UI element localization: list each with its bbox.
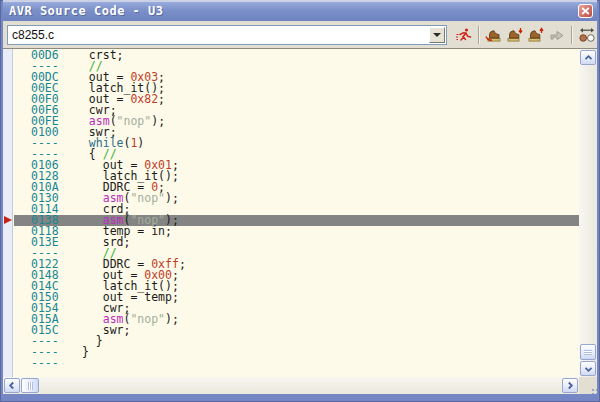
scroll-right-button[interactable]: [562, 378, 578, 393]
run-button[interactable]: [453, 25, 474, 45]
toolbar: c8255.c: [3, 21, 597, 49]
scroll-left-button[interactable]: [4, 378, 20, 393]
toolbar-separator: [571, 26, 572, 44]
line-address: ----: [31, 358, 75, 369]
thumb-grip: [584, 350, 592, 355]
file-selector-combo[interactable]: c8255.c: [7, 25, 447, 45]
run-to-cursor-icon: [549, 27, 565, 43]
code-lines: 00D6 crst;---- //00DC out = 0x03;00EC la…: [14, 49, 579, 377]
code-line[interactable]: ---- }: [14, 347, 579, 358]
chevron-left-icon: [8, 381, 16, 390]
step-into-icon: [506, 27, 523, 43]
thumb-grip: [28, 382, 33, 390]
scroll-down-button[interactable]: [580, 361, 596, 376]
step-out-icon: [527, 27, 544, 43]
step-out-button[interactable]: [525, 25, 546, 45]
scroll-up-button[interactable]: [580, 50, 596, 65]
toolbar-separator: [478, 26, 479, 44]
run-icon: [455, 27, 473, 43]
avr-source-code-window: AVR Source Code - U3 c8255.c: [0, 0, 600, 402]
step-over-button[interactable]: [483, 25, 504, 45]
execution-arrow-icon: [4, 216, 12, 224]
line-code: }: [75, 345, 89, 359]
chevron-down-icon: [433, 33, 441, 37]
resize-grip[interactable]: [579, 377, 597, 394]
run-to-cursor-button[interactable]: [546, 25, 567, 45]
combo-dropdown-button[interactable]: [429, 27, 445, 43]
chevron-up-icon: [584, 54, 593, 62]
source-client-area: 00D6 crst;---- //00DC out = 0x03;00EC la…: [3, 49, 597, 394]
code-line[interactable]: ---- }: [14, 336, 579, 347]
circles-swap-icon: [578, 27, 596, 43]
code-line[interactable]: ----: [14, 358, 579, 369]
step-into-button[interactable]: [504, 25, 525, 45]
horizontal-scrollbar[interactable]: [3, 377, 579, 394]
close-icon: [581, 7, 590, 15]
code-viewport: 00D6 crst;---- //00DC out = 0x03;00EC la…: [3, 49, 579, 377]
vertical-scroll-thumb[interactable]: [580, 344, 596, 360]
io-compare-button[interactable]: [576, 25, 597, 45]
close-button[interactable]: [578, 4, 593, 18]
vertical-scrollbar[interactable]: [579, 49, 597, 377]
chevron-down-icon: [584, 365, 593, 373]
window-title: AVR Source Code - U3: [3, 2, 164, 21]
chevron-right-icon: [566, 381, 574, 390]
title-bar[interactable]: AVR Source Code - U3: [3, 2, 597, 21]
horizontal-scroll-thumb[interactable]: [21, 378, 39, 393]
step-over-icon: [485, 27, 502, 43]
breakpoint-gutter[interactable]: [3, 49, 13, 377]
file-selector-value: c8255.c: [8, 28, 54, 42]
